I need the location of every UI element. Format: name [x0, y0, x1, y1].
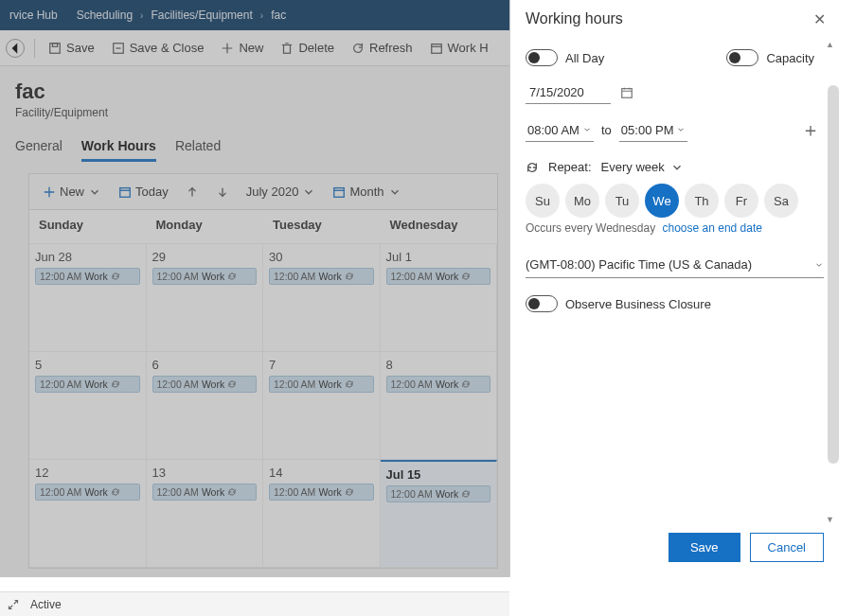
- expand-icon[interactable]: [8, 599, 19, 610]
- calendar-cell[interactable]: 1212:00 AMWork: [29, 460, 147, 567]
- chevron-down-icon: [676, 125, 686, 134]
- repeat-select[interactable]: Every week: [601, 160, 684, 174]
- event-chip[interactable]: 12:00 AMWork: [152, 268, 258, 285]
- cal-month-select[interactable]: July 2020: [242, 182, 320, 202]
- dow-we[interactable]: We: [645, 184, 679, 218]
- cal-col-header: Wednesday: [381, 210, 498, 243]
- svg-rect-7: [622, 89, 633, 98]
- save-button[interactable]: Save: [669, 533, 740, 562]
- breadcrumb-item[interactable]: Facilities/Equipment: [151, 9, 252, 22]
- command-bar: Save Save & Close New Delete Refresh Wor…: [0, 30, 509, 66]
- capacity-toggle[interactable]: Capacity: [726, 49, 814, 66]
- cal-new-button[interactable]: New: [39, 182, 105, 202]
- calendar-cell[interactable]: Jul 112:00 AMWork: [381, 244, 498, 351]
- occurs-text: Occurs every Wednesday: [526, 221, 655, 235]
- calendar-date: 13: [152, 466, 258, 480]
- breadcrumb-item[interactable]: Scheduling: [77, 9, 133, 22]
- calendar-cell[interactable]: 2912:00 AMWork: [147, 244, 264, 351]
- start-time-select[interactable]: 08:00 AM: [526, 119, 594, 142]
- calendar-cell[interactable]: Jun 2812:00 AMWork: [29, 244, 147, 351]
- page-subtitle: Facility/Equipment: [15, 106, 494, 119]
- calendar-cell[interactable]: 612:00 AMWork: [147, 352, 264, 459]
- breadcrumb-bar: rvice Hub Scheduling › Facilities/Equipm…: [0, 0, 509, 30]
- cal-col-header: Sunday: [29, 210, 147, 243]
- observe-closure-toggle[interactable]: [526, 295, 558, 312]
- end-time-select[interactable]: 05:00 PM: [619, 119, 687, 142]
- calendar-cell[interactable]: 812:00 AMWork: [381, 352, 498, 459]
- event-chip[interactable]: 12:00 AMWork: [269, 484, 374, 501]
- calendar-date: Jul 15: [386, 467, 491, 482]
- save-close-button[interactable]: Save & Close: [104, 37, 212, 59]
- event-chip[interactable]: 12:00 AMWork: [152, 376, 258, 393]
- scroll-up-icon[interactable]: ▲: [826, 40, 834, 49]
- calendar-body: Jun 2812:00 AMWork2912:00 AMWork3012:00 …: [29, 244, 497, 568]
- event-chip[interactable]: 12:00 AMWork: [152, 484, 258, 501]
- trash-icon: [280, 42, 294, 55]
- dow-mo[interactable]: Mo: [565, 184, 599, 218]
- dow-fr[interactable]: Fr: [724, 184, 758, 218]
- breadcrumb-item[interactable]: fac: [271, 9, 286, 22]
- hub-name: rvice Hub: [9, 9, 58, 22]
- arrow-down-icon: [216, 185, 229, 199]
- calendar-date: 14: [269, 466, 374, 480]
- event-chip[interactable]: 12:00 AMWork: [269, 376, 374, 393]
- event-chip[interactable]: 12:00 AMWork: [269, 268, 374, 285]
- tabs: General Work Hours Related: [15, 132, 494, 162]
- record-status: Active: [30, 598, 62, 611]
- dow-su[interactable]: Su: [526, 184, 560, 218]
- chevron-down-icon: [88, 185, 101, 199]
- to-label: to: [601, 123, 612, 137]
- cancel-button[interactable]: Cancel: [750, 533, 824, 562]
- event-chip[interactable]: 12:00 AMWork: [386, 485, 491, 502]
- dow-th[interactable]: Th: [685, 184, 719, 218]
- status-bar: Active: [0, 591, 509, 616]
- timezone-select[interactable]: (GMT-08:00) Pacific Time (US & Canada): [526, 252, 824, 278]
- chevron-down-icon: [814, 260, 824, 270]
- calendar-cell[interactable]: 3012:00 AMWork: [263, 244, 381, 351]
- cal-prev-button[interactable]: [182, 183, 203, 202]
- calendar-icon[interactable]: [620, 86, 633, 99]
- scrollbar-thumb[interactable]: [828, 85, 839, 464]
- calendar-icon: [430, 42, 443, 55]
- arrow-up-icon: [186, 185, 199, 199]
- cal-next-button[interactable]: [212, 183, 233, 202]
- tab-work-hours[interactable]: Work Hours: [81, 132, 156, 162]
- dow-tu[interactable]: Tu: [605, 184, 639, 218]
- calendar-cell[interactable]: Jul 1512:00 AMWork: [381, 460, 498, 567]
- observe-closure-label: Observe Business Closure: [565, 297, 711, 311]
- tab-general[interactable]: General: [15, 132, 62, 162]
- tab-related[interactable]: Related: [175, 132, 221, 162]
- back-button[interactable]: [6, 39, 25, 58]
- delete-button[interactable]: Delete: [273, 37, 342, 59]
- event-chip[interactable]: 12:00 AMWork: [35, 376, 140, 393]
- save-button[interactable]: Save: [41, 37, 102, 59]
- calendar-cell[interactable]: 1412:00 AMWork: [263, 460, 381, 567]
- calendar-date: 5: [35, 358, 140, 372]
- calendar-date: 6: [152, 358, 258, 372]
- event-chip[interactable]: 12:00 AMWork: [386, 268, 491, 285]
- close-button[interactable]: ✕: [813, 10, 826, 28]
- event-chip[interactable]: 12:00 AMWork: [35, 484, 140, 501]
- svg-rect-6: [334, 187, 345, 197]
- cal-view-select[interactable]: Month: [329, 182, 404, 202]
- calendar-date: 30: [269, 250, 374, 264]
- scroll-down-icon[interactable]: ▼: [826, 515, 834, 524]
- new-button[interactable]: New: [213, 37, 271, 59]
- date-input[interactable]: [526, 81, 611, 104]
- work-hours-button[interactable]: Work H: [422, 37, 496, 59]
- event-chip[interactable]: 12:00 AMWork: [386, 376, 491, 393]
- cal-today-button[interactable]: Today: [115, 182, 172, 202]
- calendar-header: Sunday Monday Tuesday Wednesday: [29, 210, 497, 244]
- calendar-cell[interactable]: 1312:00 AMWork: [147, 460, 264, 567]
- calendar-cell[interactable]: 512:00 AMWork: [29, 352, 147, 459]
- repeat-label: Repeat:: [548, 160, 592, 174]
- add-time-button[interactable]: ＋: [797, 117, 824, 143]
- choose-end-date-link[interactable]: choose an end date: [663, 221, 762, 235]
- calendar-toolbar: New Today July 2020 Month: [29, 174, 497, 210]
- all-day-toggle[interactable]: All Day: [526, 49, 604, 66]
- refresh-button[interactable]: Refresh: [344, 37, 420, 59]
- event-chip[interactable]: 12:00 AMWork: [35, 268, 140, 285]
- calendar-cell[interactable]: 712:00 AMWork: [263, 352, 381, 459]
- breadcrumb-sep: ›: [140, 10, 143, 21]
- dow-sa[interactable]: Sa: [764, 184, 798, 218]
